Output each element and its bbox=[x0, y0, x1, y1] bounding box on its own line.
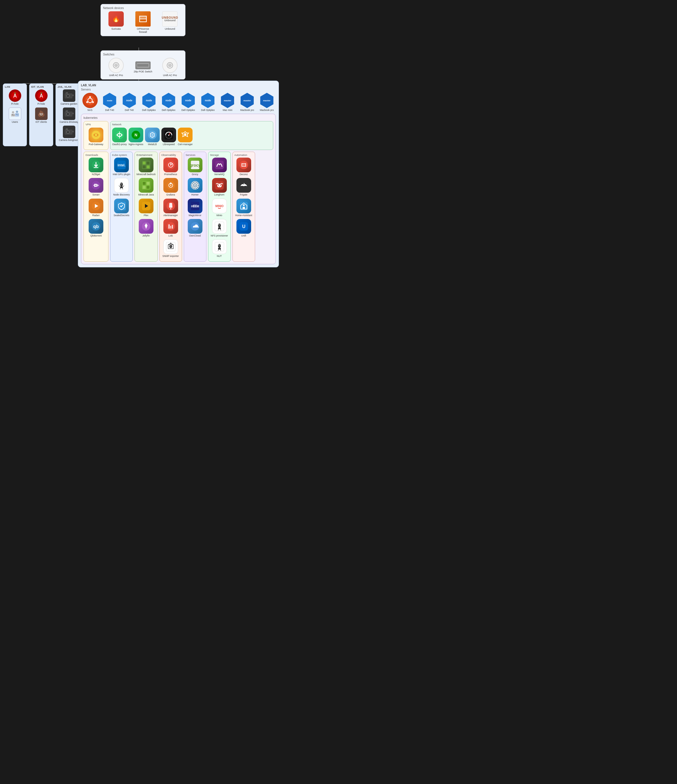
mac-mini-item: master Mac mini bbox=[218, 93, 236, 112]
dell-opt-3-label: Dell Optiplex bbox=[181, 109, 195, 112]
radarr-label: Radarr bbox=[92, 214, 100, 217]
dell-opt-2-icon: node bbox=[161, 93, 176, 108]
oauth2-item: Oauth2-proxy bbox=[112, 128, 127, 146]
magicmirror-item: HELM MagicMirror bbox=[186, 199, 204, 217]
automation-box: Automation Deconz bbox=[232, 152, 255, 262]
node-discovery-icon bbox=[114, 178, 129, 193]
mac-mini-icon: master bbox=[220, 93, 235, 108]
cert-manager-icon bbox=[178, 128, 193, 142]
svg-point-42 bbox=[41, 93, 42, 94]
svg-point-147 bbox=[218, 224, 220, 226]
camera-livingroom-label: Camera livingroom bbox=[59, 138, 79, 142]
svg-rect-99 bbox=[143, 165, 145, 168]
frigate-icon bbox=[236, 178, 251, 193]
prometheus-item: Prometheus bbox=[161, 157, 180, 176]
grocy-icon: grocy bbox=[188, 157, 203, 172]
svg-rect-163 bbox=[243, 207, 245, 209]
network-inner-title: Network bbox=[112, 123, 271, 126]
qbit-label: Qbittorrent bbox=[90, 234, 101, 237]
qbit-item: qb Qbittorrent bbox=[86, 219, 106, 237]
sonarr-icon bbox=[89, 178, 103, 193]
dell-opt-3-icon: node bbox=[181, 93, 196, 108]
homer-item: Homer bbox=[186, 178, 204, 196]
longhorn-icon bbox=[212, 178, 227, 193]
dell-t40-2-item: node Dell T40 bbox=[120, 93, 138, 112]
iot-clients-icon: 💩 bbox=[35, 107, 48, 120]
nfs-provisioner-icon bbox=[212, 219, 227, 234]
svg-point-127 bbox=[170, 245, 172, 247]
suricata-item: 🔥 Suricata bbox=[106, 11, 126, 31]
svg-rect-149 bbox=[218, 227, 221, 229]
homer-icon bbox=[188, 178, 203, 193]
unifi-ac2-item: Unifi AC Pro bbox=[160, 58, 180, 77]
minio-icon: MINIO bbox=[212, 199, 227, 213]
metallb-item: MetalLB bbox=[145, 128, 160, 146]
servers-row: NAS node Dell T40 node Dell T40 node bbox=[81, 93, 276, 112]
network-devices-box: Network devices 🔥 Suricata OPN bbox=[100, 4, 186, 36]
vpn-box: VPN Pod-Gateway bbox=[84, 121, 108, 150]
poe-switch-item: 28p POE Switch bbox=[133, 58, 153, 73]
svg-point-78 bbox=[92, 181, 100, 190]
nut-label: NUT bbox=[217, 255, 222, 257]
iot-clients-label: IOT clients bbox=[35, 121, 47, 123]
home-assistant-item: Home-Assistant bbox=[234, 199, 253, 217]
minio-label: Minio bbox=[216, 214, 222, 217]
unbound-icon: UNBOUND Unbound bbox=[162, 11, 178, 26]
home-assistant-icon bbox=[236, 199, 251, 213]
svg-text:qb: qb bbox=[93, 224, 99, 229]
svg-rect-105 bbox=[147, 186, 150, 189]
nfs-provisioner-label: NFS provisioner bbox=[211, 234, 228, 237]
dell-t40-1-icon: node bbox=[102, 93, 117, 108]
unifi-ac2-icon bbox=[162, 58, 178, 73]
entertainment-title: Entertainment bbox=[136, 154, 156, 157]
lan-title: LAN bbox=[5, 86, 25, 88]
services-title: Services bbox=[186, 154, 204, 157]
node-discovery-item: Node discovery bbox=[112, 178, 131, 196]
switches-title: Switches bbox=[103, 53, 183, 56]
svg-point-128 bbox=[170, 245, 170, 246]
svg-rect-38 bbox=[17, 114, 19, 115]
dell-t40-1-item: node Dell T40 bbox=[100, 93, 119, 112]
prometheus-icon bbox=[163, 157, 178, 172]
magicmirror-label: MagicMirror bbox=[189, 214, 201, 217]
unifi-icon: U bbox=[236, 219, 251, 234]
nginx-label: Nginx-ingress bbox=[129, 143, 143, 146]
dell-opt-2-label: Dell Optiplex bbox=[162, 109, 175, 112]
intel-gpu-label: Intel GPU plugin bbox=[113, 173, 130, 176]
svg-point-50 bbox=[67, 113, 69, 115]
svg-point-55 bbox=[67, 131, 69, 133]
svg-point-35 bbox=[12, 111, 14, 114]
oauth2-label: Oauth2-proxy bbox=[112, 143, 127, 146]
svg-point-125 bbox=[170, 243, 171, 244]
radarr-icon bbox=[89, 199, 103, 213]
svg-point-115 bbox=[170, 185, 171, 186]
dell-t40-1-label: Dell T40 bbox=[105, 109, 114, 112]
jellyfin-item: Jellyfin bbox=[136, 219, 156, 237]
servers-title: Servers bbox=[81, 88, 276, 91]
vlan-section: LAN Pi-hole bbox=[3, 84, 83, 146]
minecraft-bedrock-label: Minecraft bedrock bbox=[136, 173, 156, 176]
pihole-iot-label: Pi-hole bbox=[37, 103, 45, 105]
opnsense-item: OPNsense firewall bbox=[133, 11, 153, 34]
svg-point-28 bbox=[169, 65, 170, 66]
plex-label: Plex bbox=[144, 214, 149, 217]
svg-rect-19 bbox=[141, 64, 142, 67]
iot-clients-item: 💩 IOT clients bbox=[31, 107, 51, 123]
kubernetes-title: kubernetes bbox=[84, 116, 273, 120]
minecraft-bedrock-icon bbox=[139, 157, 153, 172]
alertmanager-icon bbox=[163, 199, 178, 213]
macbook-pro-2-label: Macbook pro bbox=[260, 109, 274, 112]
loki-icon bbox=[163, 219, 178, 234]
kubernetes-box: kubernetes VPN bbox=[81, 114, 276, 264]
alertmanager-item: Alertmanager bbox=[161, 199, 180, 217]
camera-driveway-icon bbox=[63, 107, 75, 120]
sealed-secrets-label: SealedSecrets bbox=[114, 214, 129, 217]
svg-rect-17 bbox=[139, 64, 139, 67]
network-devices-title: Network devices bbox=[103, 6, 183, 9]
nginx-item: N Nginx-ingress bbox=[129, 128, 143, 146]
intel-gpu-icon: intel. bbox=[114, 157, 129, 172]
observability-box: Observability Promet bbox=[159, 152, 182, 262]
svg-text:grocy: grocy bbox=[190, 163, 200, 168]
svg-point-75 bbox=[184, 133, 186, 135]
dell-opt-1-item: node Dell Optiplex bbox=[140, 93, 158, 112]
